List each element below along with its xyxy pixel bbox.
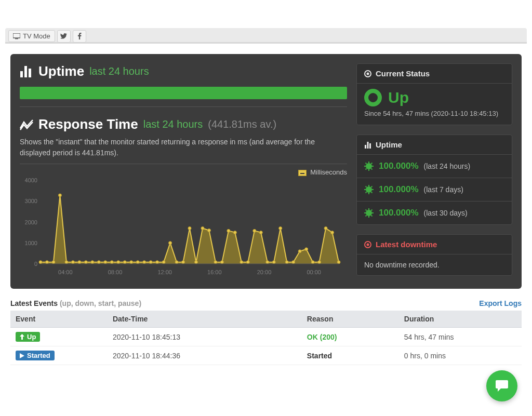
latest-events-section: Latest Events (up, down, start, pause) E…	[10, 299, 522, 365]
svg-point-59	[318, 261, 321, 264]
svg-point-38	[182, 261, 185, 264]
event-reason: OK (200)	[307, 333, 337, 341]
uptime-range: last 24 hours	[89, 65, 149, 77]
facebook-button[interactable]	[73, 30, 86, 43]
svg-point-34	[156, 261, 159, 264]
svg-line-94	[371, 210, 373, 211]
svg-point-52	[272, 261, 275, 264]
response-avg: (441.81ms av.)	[208, 118, 276, 130]
latest-downtime-label: Latest downtime	[376, 240, 437, 249]
svg-line-84	[371, 192, 373, 193]
status-ring-icon	[364, 89, 382, 106]
svg-point-97	[367, 243, 369, 246]
uptime-row: 100.000% (last 7 days)	[357, 178, 512, 201]
svg-point-61	[331, 231, 334, 234]
svg-line-86	[366, 192, 367, 193]
latest-downtime-body: No downtime recorded.	[357, 254, 512, 275]
arrow-up-icon	[20, 334, 24, 340]
tv-mode-button[interactable]: TV Mode	[8, 30, 55, 42]
radio-red-icon	[364, 241, 371, 248]
current-status-label: Current Status	[376, 69, 430, 78]
svg-point-58	[311, 261, 314, 264]
svg-rect-3	[24, 66, 27, 77]
events-title: Latest Events (up, down, start, pause)	[10, 299, 141, 307]
export-logs-link[interactable]: Export Logs	[479, 299, 522, 307]
top-toolbar: TV Mode	[5, 28, 527, 44]
uptime-value: 100.000%	[379, 184, 419, 195]
svg-point-43	[214, 261, 217, 264]
event-badge-label: Up	[27, 333, 36, 341]
svg-text:00:00: 00:00	[307, 269, 321, 275]
tv-mode-label: TV Mode	[23, 32, 50, 40]
svg-point-51	[266, 261, 269, 264]
svg-line-93	[371, 216, 373, 217]
svg-point-48	[246, 261, 249, 264]
response-chart: Milliseconds 1000200030004000004:0008:00…	[20, 164, 347, 279]
chat-fab[interactable]	[486, 370, 517, 401]
svg-line-77	[366, 169, 367, 170]
svg-point-25	[97, 261, 100, 264]
svg-line-85	[371, 186, 373, 187]
svg-point-23	[84, 261, 87, 264]
svg-point-19	[58, 194, 61, 197]
svg-point-35	[162, 261, 165, 264]
svg-point-56	[298, 250, 301, 253]
trend-icon	[20, 119, 33, 130]
svg-rect-67	[367, 142, 369, 149]
response-range: last 24 hours	[143, 118, 203, 130]
table-row: Started 2020-11-10 18:44:36 Started 0 hr…	[10, 346, 522, 365]
uptime-stats-panel: Uptime 100.000% (last 24 hours) 100.000%	[356, 135, 512, 225]
col-reason: Reason	[302, 311, 399, 328]
col-event: Event	[10, 311, 108, 328]
latest-downtime-head: Latest downtime	[357, 235, 512, 254]
svg-line-83	[366, 186, 367, 187]
svg-point-46	[233, 231, 236, 234]
event-duration: 54 hrs, 47 mins	[399, 328, 522, 346]
event-badge: Started	[16, 351, 55, 360]
dashboard-panel: Uptime last 24 hours Response Time last …	[10, 54, 522, 289]
svg-text:20:00: 20:00	[257, 269, 272, 275]
uptime-value: 100.000%	[379, 208, 419, 218]
current-status-panel: Current Status Up Since 54 hrs, 47 mins …	[356, 63, 512, 125]
svg-point-57	[305, 248, 308, 251]
svg-rect-1	[15, 38, 18, 39]
svg-point-33	[149, 261, 152, 264]
play-icon	[20, 353, 24, 358]
status-since: Since 54 hrs, 47 mins (2020-11-10 18:45:…	[357, 109, 512, 125]
svg-text:2000: 2000	[25, 219, 37, 225]
svg-line-74	[366, 163, 367, 164]
uptime-heading: Uptime last 24 hours	[20, 63, 347, 79]
svg-point-17	[45, 261, 48, 264]
svg-point-47	[240, 261, 243, 264]
events-table: Event Date-Time Reason Duration Up 2020-…	[10, 311, 522, 365]
uptime-row: 100.000% (last 24 hours)	[357, 155, 512, 178]
svg-line-76	[371, 163, 373, 164]
chart-legend: Milliseconds	[20, 168, 347, 176]
svg-point-20	[65, 261, 68, 264]
col-duration: Duration	[399, 311, 522, 328]
svg-rect-66	[365, 145, 366, 149]
svg-point-16	[39, 261, 42, 264]
events-title-sub: (up, down, start, pause)	[60, 299, 141, 307]
svg-point-62	[337, 261, 340, 264]
svg-point-44	[220, 261, 223, 264]
svg-point-32	[143, 261, 146, 264]
current-status-head: Current Status	[357, 64, 512, 84]
cert-icon	[364, 185, 374, 194]
facebook-icon	[77, 33, 82, 39]
svg-point-54	[285, 261, 288, 264]
events-title-main: Latest Events	[10, 299, 58, 307]
chart-svg: 1000200030004000004:0008:0012:0016:0020:…	[20, 178, 342, 279]
uptime-bar	[20, 87, 347, 99]
svg-point-28	[117, 261, 120, 264]
uptime-range-label: (last 30 days)	[424, 209, 468, 217]
latest-downtime-panel: Latest downtime No downtime recorded.	[356, 234, 512, 276]
svg-point-22	[78, 261, 81, 264]
cert-icon	[364, 208, 374, 218]
svg-rect-2	[20, 71, 23, 77]
svg-point-41	[201, 227, 204, 230]
svg-point-24	[91, 261, 94, 264]
svg-text:08:00: 08:00	[108, 269, 123, 275]
legend-label: Milliseconds	[310, 168, 347, 176]
twitter-button[interactable]	[57, 30, 71, 43]
